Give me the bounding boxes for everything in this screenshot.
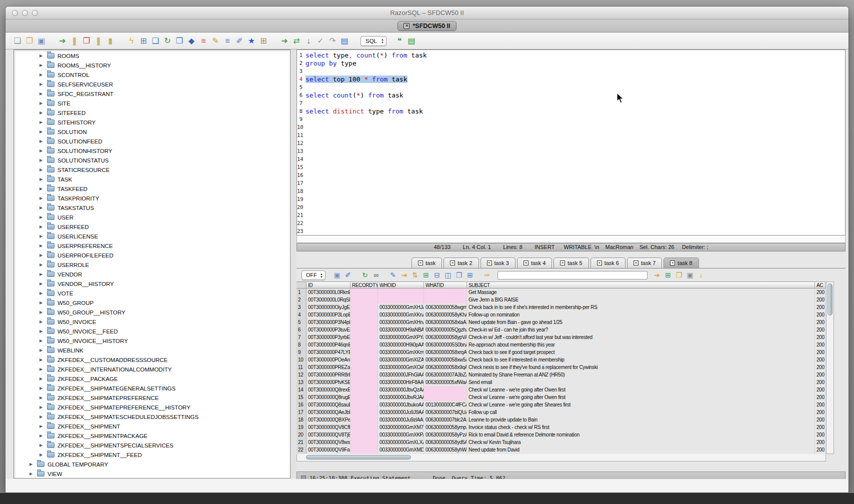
result-tab-task-8[interactable]: ✕task 8 <box>664 258 698 268</box>
tree-item-weblink[interactable]: ▶WEBLINK <box>14 346 290 355</box>
expander-icon[interactable]: ▶ <box>40 396 45 400</box>
table-row[interactable]: 700T3000000P3yrbEAB0033000000GmXPYAA3006… <box>296 334 834 341</box>
tab-close-icon[interactable]: ✕ <box>487 260 492 266</box>
commit-icon[interactable]: ✓ <box>314 36 326 46</box>
table-row[interactable]: 1400T3000000Q8rexEAB0033000000JbvQzAAJCh… <box>296 386 834 394</box>
download-icon[interactable]: ↓ <box>696 270 706 280</box>
tree-item-zkfedex-customaddresssource[interactable]: ▶ZKFEDEX__CUSTOMADDRESSSOURCE <box>14 355 290 364</box>
tree-item-w50-group-history[interactable]: ▶W50_GROUP__HISTORY <box>14 308 290 317</box>
column-header-id[interactable]: ID <box>306 282 350 288</box>
reconnect-icon[interactable]: ⇄ <box>290 36 302 46</box>
expander-icon[interactable]: ▶ <box>40 101 45 106</box>
result-tab-task[interactable]: ✕task <box>412 258 442 268</box>
tree-item-zkfedex-shipmatescheduledjobssettings[interactable]: ▶ZKFEDEX__SHIPMATESCHEDULEDJOBSSETTINGS <box>14 412 290 422</box>
tree-item-solutionstatus[interactable]: ▶SOLUTIONSTATUS <box>14 156 290 165</box>
quotes-icon[interactable]: ❝ <box>394 36 406 46</box>
zoom-window-icon[interactable] <box>32 10 38 16</box>
results-list-icon[interactable]: ▤ <box>406 36 418 46</box>
tree-item-zkfedex-shipmentspecialservices[interactable]: ▶ZKFEDEX__SHIPMENTSPECIALSERVICES <box>14 440 290 450</box>
vertical-scrollbar-thumb[interactable] <box>828 284 832 316</box>
mode-select[interactable]: SQL ▲▼ <box>360 36 386 46</box>
tree-item-solutionhistory[interactable]: ▶SOLUTIONHISTORY <box>14 146 290 156</box>
tree-item-taskpriority[interactable]: ▶TASKPRIORITY <box>14 194 290 203</box>
tree-item-userlicense[interactable]: ▶USERLICENSE <box>14 232 290 241</box>
table-row[interactable]: 1900T3000000QV8CfEAL0033000000GmXM7AAN00… <box>296 424 834 431</box>
book-icon[interactable]: ◆ <box>186 36 198 46</box>
document-tab-close-icon[interactable]: ✕ <box>404 23 410 29</box>
result-tab-task-3[interactable]: ✕task 3 <box>480 258 516 268</box>
minimize-window-icon[interactable] <box>22 10 28 16</box>
search-input[interactable] <box>498 271 648 280</box>
notes-icon[interactable]: ❒ <box>674 270 684 280</box>
export-icon[interactable]: ❑ <box>150 36 162 46</box>
align-icon[interactable]: ≡ <box>222 36 234 46</box>
tree-item-w50-invoice-feed[interactable]: ▶W50_INVOICE__FEED <box>14 326 290 336</box>
filter-select[interactable]: OFF ▲▼ <box>302 270 326 280</box>
expander-icon[interactable]: ▶ <box>40 63 45 68</box>
column-header-whatid[interactable]: WHATID <box>424 282 467 288</box>
tab-close-icon[interactable]: ✕ <box>418 260 423 266</box>
tab-close-icon[interactable]: ✕ <box>597 260 602 266</box>
expander-icon[interactable]: ▶ <box>30 462 35 466</box>
expander-icon[interactable]: ▶ <box>40 320 45 324</box>
expander-icon[interactable]: ▶ <box>40 452 45 457</box>
go-icon[interactable]: ➜ <box>278 36 290 46</box>
tree-item-taskfeed[interactable]: ▶TASKFEED <box>14 184 290 194</box>
edit-table-icon[interactable]: ⊞ <box>138 36 150 46</box>
expander-icon[interactable]: ▶ <box>40 262 45 267</box>
expander-icon[interactable]: ▶ <box>40 186 45 191</box>
expander-icon[interactable]: ▶ <box>40 329 45 334</box>
table-export-icon[interactable]: ⊞ <box>258 36 270 46</box>
expander-icon[interactable]: ▶ <box>40 291 45 296</box>
tab-close-icon[interactable]: ✕ <box>524 260 528 266</box>
open-file-icon[interactable]: ❐ <box>24 36 36 46</box>
expander-icon[interactable]: ▶ <box>40 434 45 438</box>
table-row[interactable]: 300T3000000OiyJgEAJ0033000000GmXHJAA3006… <box>296 304 834 311</box>
horizontal-scrollbar-thumb[interactable] <box>306 455 411 460</box>
result-tab-task-2[interactable]: ✕task 2 <box>444 258 478 268</box>
save-grid-icon[interactable]: ▣ <box>684 270 696 280</box>
tree-item-sitefeed[interactable]: ▶SITEFEED <box>14 108 290 118</box>
expander-icon[interactable]: ▶ <box>40 244 45 248</box>
table-row[interactable]: 1600T3000000Q8sauEAB0033000000JbukoAAB00… <box>296 401 834 408</box>
insert-row-icon[interactable]: ⇥ <box>398 270 410 280</box>
tab-close-icon[interactable]: ✕ <box>450 260 455 266</box>
expander-icon[interactable]: ▶ <box>40 206 45 210</box>
fetch-icon[interactable]: ↓ <box>302 36 314 46</box>
expander-icon[interactable]: ▶ <box>40 338 45 343</box>
expander-icon[interactable]: ▶ <box>40 443 45 448</box>
table-copy-icon[interactable]: ⊞ <box>464 270 476 280</box>
tree-item-user[interactable]: ▶USER <box>14 212 290 222</box>
expander-icon[interactable]: ▶ <box>40 405 45 410</box>
expander-icon[interactable]: ▶ <box>40 215 45 220</box>
editor-horizontal-scrollbar[interactable] <box>296 236 846 243</box>
view-record-icon[interactable]: ∞ <box>370 270 382 280</box>
tree-item-selfserviceuser[interactable]: ▶SELFSERVICEUSER <box>14 80 290 89</box>
table-row[interactable]: 500T3000000P3N4pEAF0033000000GmXHnAAN006… <box>296 318 834 326</box>
table-row[interactable]: 1300T3000000PfvKSEAZ0033000000HirF8AAJ00… <box>296 378 834 386</box>
next-result-icon[interactable]: ➜ <box>652 270 662 280</box>
tree-item-task[interactable]: ▶TASK <box>14 174 290 184</box>
tree-item-vote[interactable]: ▶VOTE <box>14 288 290 298</box>
tree-item-global temporary[interactable]: ▶GLOBAL TEMPORARY <box>14 460 290 469</box>
new-connection-icon[interactable]: ❚ <box>92 36 104 46</box>
result-tab-task-4[interactable]: ✕task 4 <box>517 258 552 268</box>
table-row[interactable]: 100T3000000L0RknEAFGet Massage200 <box>296 288 834 296</box>
column-header-ac[interactable]: AC <box>815 282 826 288</box>
table-row[interactable]: 2000T3000000QV8TjEAL0033000000GmXKPAA300… <box>296 431 834 438</box>
list-icon[interactable]: ≡ <box>198 36 210 46</box>
tree-item-view[interactable]: ▶VIEW <box>14 469 290 478</box>
filter-select-stepper-icon[interactable]: ▲▼ <box>320 272 323 279</box>
table-row[interactable]: 400T3000000P3LopEAF0033000000GmXKnAAN006… <box>296 311 834 318</box>
connect-icon[interactable]: ➔ <box>56 36 68 46</box>
expander-icon[interactable]: ▶ <box>40 168 45 172</box>
tree-item-rooms[interactable]: ▶ROOMS <box>14 51 290 60</box>
database-tree[interactable]: ▶ROOMS▶ROOMS__HISTORY▶SCONTROL▶SELFSERVI… <box>14 50 290 478</box>
panel-splitter[interactable] <box>290 50 296 478</box>
execute-sql-icon[interactable]: ϟ <box>126 36 138 46</box>
expander-icon[interactable]: ▶ <box>40 386 45 390</box>
results-horizontal-scrollbar[interactable] <box>296 454 826 462</box>
header-corner-cell[interactable] <box>296 282 306 288</box>
expander-icon[interactable]: ▶ <box>40 130 45 134</box>
table-row[interactable]: 1200T3000000PRR8rEAH0033000000JFhGlAAL00… <box>296 371 834 378</box>
